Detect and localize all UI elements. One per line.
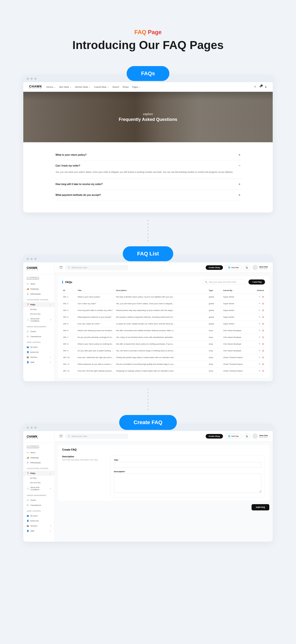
cell-id: #ID: 1	[63, 296, 78, 298]
hero-banner: explore Frequently Asked Questions	[23, 92, 273, 142]
edit-icon[interactable]: ✎	[258, 323, 260, 325]
nav-link[interactable]: Search	[112, 86, 120, 88]
nav-link[interactable]: Women Wear ⌄	[75, 86, 90, 88]
sidebar-item[interactable]: 🚚Shippings	[23, 286, 54, 292]
sidebar-item[interactable]: 🛒Orders	[23, 329, 54, 334]
delete-icon[interactable]: 🗑	[262, 296, 264, 298]
sidebar-item[interactable]: 👥All users	[23, 513, 54, 518]
route-search-input[interactable]: Search your route...	[66, 434, 128, 439]
sort-icon[interactable]: ⌄	[127, 290, 128, 291]
route-search-input[interactable]: Search your route...	[66, 265, 128, 270]
search-icon[interactable]	[254, 86, 256, 88]
sidebar-item[interactable]: %Taxes	[23, 450, 54, 455]
edit-icon[interactable]: ✎	[258, 296, 260, 298]
create-shop-button[interactable]: Create Shop	[206, 265, 223, 270]
user-menu[interactable]: Jhon DoeSuper Admin	[252, 265, 268, 270]
cell-by: Super Admin	[223, 323, 252, 325]
faq-accordion-item[interactable]: Can I track my order?−Yes, you can track…	[54, 160, 242, 179]
faq-accordion-item[interactable]: What payment methods do you accept?+	[54, 190, 242, 200]
sidebar-item-all-faqs[interactable]: All FAQs	[23, 307, 54, 312]
sidebar-item[interactable]: ⊞Transactions	[23, 503, 54, 508]
delete-icon[interactable]: 🗑	[262, 323, 264, 325]
sidebar-item[interactable]: 🏬Vendors2	[23, 523, 54, 528]
edit-icon[interactable]: ✎	[258, 363, 260, 365]
nav-link[interactable]: Shops	[122, 86, 129, 88]
sidebar-item[interactable]: 🚚Shippings	[23, 455, 54, 460]
faq-accordion-item[interactable]: How long will it take to receive my orde…	[54, 179, 242, 190]
cell-id: #ID: 3	[63, 309, 78, 312]
create-page-title: Create FAQ	[62, 448, 265, 451]
sidebar-item[interactable]: 👤Admin list	[23, 350, 54, 355]
sidebar-item[interactable]: 📄Terms And Conditions0	[23, 316, 54, 324]
sidebar-item-all-faqs[interactable]: All FAQs	[23, 476, 54, 480]
title-input[interactable]	[114, 462, 262, 468]
store-icon-button[interactable]: 🏪	[244, 265, 250, 270]
sidebar-item-add-faq[interactable]: Add new FAQ	[23, 312, 54, 316]
sidebar-item[interactable]: 📄Terms And Conditions0	[23, 485, 54, 492]
faq-search-input[interactable]: 🔍Type your query and press enter	[202, 280, 246, 284]
sidebar-item[interactable]: 👤Admin list	[23, 518, 54, 523]
edit-icon[interactable]: ✎	[258, 302, 260, 305]
delete-icon[interactable]: 🗑	[262, 356, 264, 358]
delete-icon[interactable]: 🗑	[262, 343, 264, 345]
nav-link[interactable]: Pages ⌄	[132, 86, 141, 88]
delete-icon[interactable]: 🗑	[262, 363, 264, 365]
visit-site-button[interactable]: 🌐Visit Site	[225, 434, 242, 439]
card-icon: ⊞	[27, 504, 29, 506]
sidebar-item-label: All users	[30, 515, 38, 517]
add-faq-button[interactable]: + Add FAQ	[248, 280, 265, 284]
sidebar-item-add-faq[interactable]: Add new FAQ	[23, 480, 54, 485]
sort-icon[interactable]: ⌄	[233, 290, 234, 291]
sidebar-item[interactable]: 👤Staff1	[23, 528, 54, 534]
table-row: #ID: 11 What measures do you take to ens…	[62, 361, 265, 368]
delete-icon[interactable]: 🗑	[262, 302, 264, 305]
cart-icon[interactable]: 0	[259, 86, 262, 88]
sidebar-item[interactable]: ❓FAQs⌄	[23, 471, 54, 476]
nav-link[interactable]: Casual Wear ⌄	[94, 86, 109, 88]
nav-link[interactable]: Men Wear ⌄	[59, 86, 72, 88]
sidebar-badge: ⌄	[50, 472, 51, 474]
edit-icon[interactable]: ✎	[258, 350, 260, 352]
table-row: #ID: 10 How can I determine the right si…	[62, 354, 265, 361]
create-shop-button[interactable]: Create Shop	[206, 434, 223, 438]
sidebar-item-label: Terms And Conditions	[30, 486, 49, 491]
edit-icon[interactable]: ✎	[258, 309, 260, 312]
sidebar-item[interactable]: 🏬Vendors7	[23, 355, 54, 360]
sort-icon[interactable]: ⌄	[82, 290, 83, 291]
user-icon[interactable]	[264, 86, 267, 88]
faq-accordion-item[interactable]: What is your return policy?+	[54, 150, 242, 160]
sidebar-item[interactable]: 👥All users	[23, 344, 54, 350]
cell-by: Super Admin	[223, 296, 252, 298]
admin-icon: 👤	[27, 520, 29, 522]
storefront-topnav: CHAWK B A Z A R Demos ⌄Men Wear ⌄Women W…	[23, 82, 273, 92]
visit-site-button[interactable]: 🌐Visit Site	[225, 265, 242, 270]
sidebar-item[interactable]: 🛒Orders	[23, 498, 54, 503]
edit-icon[interactable]: ✎	[258, 356, 260, 358]
logo: CHAWK B A Z A R	[29, 84, 42, 89]
edit-icon[interactable]: ✎	[258, 316, 260, 318]
sidebar-item[interactable]: ⊞Withdrawals	[23, 292, 54, 296]
description-textarea[interactable]	[114, 474, 262, 493]
sidebar-item[interactable]: %Taxes	[23, 282, 54, 286]
edit-icon[interactable]: ✎	[258, 343, 260, 345]
cart-icon: 🛒	[27, 499, 29, 501]
sidebar-item[interactable]: ⊞Withdrawals	[23, 460, 54, 465]
store-icon-button[interactable]: 🏪	[244, 434, 250, 439]
delete-icon[interactable]: 🗑	[262, 370, 264, 372]
hamburger-icon[interactable]	[59, 435, 63, 437]
nav-link[interactable]: Demos ⌄	[46, 86, 56, 88]
user-menu[interactable]: Jhon DoeSuper Admin	[252, 434, 268, 439]
delete-icon[interactable]: 🗑	[262, 350, 264, 352]
hamburger-icon[interactable]	[59, 266, 63, 269]
delete-icon[interactable]: 🗑	[262, 309, 264, 312]
edit-icon[interactable]: ✎	[258, 370, 260, 372]
submit-add-faq-button[interactable]: Add FAQ	[252, 504, 270, 510]
edit-icon[interactable]: ✎	[258, 336, 260, 338]
edit-icon[interactable]: ✎	[258, 330, 260, 332]
sidebar-item[interactable]: ❓FAQs⌄	[23, 302, 54, 307]
delete-icon[interactable]: 🗑	[262, 336, 264, 338]
sidebar-item[interactable]: 👤Staff1	[23, 360, 54, 365]
delete-icon[interactable]: 🗑	[262, 330, 264, 332]
delete-icon[interactable]: 🗑	[262, 316, 264, 318]
sidebar-item[interactable]: ⊞Transactions	[23, 334, 54, 339]
